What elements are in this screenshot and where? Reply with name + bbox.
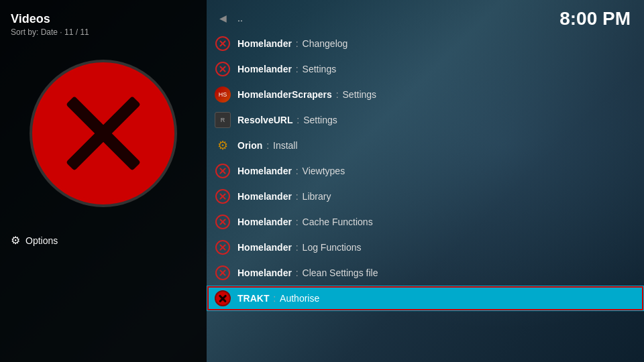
- options-label: Options: [25, 235, 58, 246]
- options-bar[interactable]: ⚙ Options: [0, 227, 207, 253]
- library-label: Homelander : Library: [237, 191, 636, 202]
- panel-subtitle: Sort by: Date · 11 / 11: [11, 27, 196, 37]
- trakt-label: TRAKT : Authorise: [237, 293, 636, 304]
- resolveurl-label: ResolveURL : Settings: [237, 115, 636, 125]
- panel-title: Videos: [11, 12, 196, 26]
- library-icon: [215, 188, 231, 204]
- settings-icon: [215, 61, 231, 77]
- viewtypes-label: Homelander : Viewtypes: [237, 166, 636, 176]
- changelog-icon: [215, 36, 231, 52]
- settings-label: Homelander : Settings: [237, 64, 636, 74]
- scrapers-icon: HS: [215, 86, 231, 103]
- right-panel: ◀ .. Homelander : Changelog Homelander :…: [207, 0, 644, 362]
- changelog-label: Homelander : Changelog: [237, 38, 636, 49]
- menu-list: ◀ .. Homelander : Changelog Homelander :…: [207, 5, 644, 362]
- menu-item-log-functions[interactable]: Homelander : Log Functions: [207, 235, 644, 260]
- scrapers-settings-label: HomelanderScrapers : Settings: [237, 89, 636, 100]
- menu-item-library[interactable]: Homelander : Library: [207, 184, 644, 209]
- trakt-icon: [215, 290, 231, 306]
- menu-item-clean-settings[interactable]: Homelander : Clean Settings file: [207, 260, 644, 286]
- logo-inner: [36, 66, 170, 200]
- resolveurl-icon: R: [215, 112, 231, 128]
- clean-settings-label: Homelander : Clean Settings file: [237, 267, 636, 278]
- menu-item-scrapers-settings[interactable]: HS HomelanderScrapers : Settings: [207, 82, 644, 107]
- back-icon: ◀: [215, 10, 231, 26]
- menu-item-cache-functions[interactable]: Homelander : Cache Functions: [207, 209, 644, 235]
- orion-label: Orion : Install: [237, 140, 636, 151]
- orion-icon: ⚙: [215, 137, 231, 154]
- logo-container: [0, 40, 207, 227]
- options-gear-icon: ⚙: [11, 234, 20, 247]
- log-functions-label: Homelander : Log Functions: [237, 242, 636, 253]
- logo-x-mark: [60, 90, 147, 177]
- clock: 8:00 PM: [559, 8, 631, 29]
- left-panel: Videos Sort by: Date · 11 / 11 ⚙ Options: [0, 0, 207, 362]
- menu-item-trakt[interactable]: TRAKT : Authorise: [207, 286, 644, 311]
- menu-item-changelog[interactable]: Homelander : Changelog: [207, 31, 644, 56]
- viewtypes-icon: [215, 163, 231, 179]
- menu-item-resolveurl[interactable]: R ResolveURL : Settings: [207, 107, 644, 133]
- cache-functions-label: Homelander : Cache Functions: [237, 217, 636, 227]
- panel-header: Videos Sort by: Date · 11 / 11: [0, 7, 207, 40]
- clean-settings-icon: [215, 265, 231, 281]
- menu-item-viewtypes[interactable]: Homelander : Viewtypes: [207, 158, 644, 184]
- plugin-logo: [30, 60, 177, 207]
- menu-item-settings[interactable]: Homelander : Settings: [207, 56, 644, 82]
- cache-functions-icon: [215, 214, 231, 230]
- menu-item-orion[interactable]: ⚙ Orion : Install: [207, 133, 644, 158]
- log-functions-icon: [215, 239, 231, 255]
